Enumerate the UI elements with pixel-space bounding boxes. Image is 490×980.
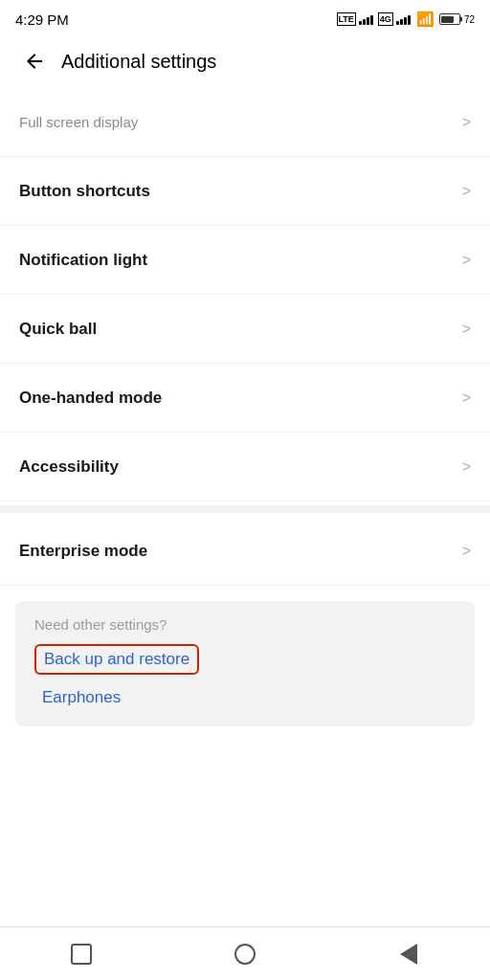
back-button[interactable]	[15, 42, 54, 80]
enterprise-mode-label: Enterprise mode	[19, 542, 147, 561]
wifi-icon: 📶	[416, 11, 434, 28]
chevron-icon: >	[462, 458, 471, 476]
full-screen-display-label: Full screen display	[19, 114, 138, 130]
settings-item-one-handed-mode[interactable]: One-handed mode >	[0, 364, 490, 433]
nav-recents-button[interactable]	[53, 935, 110, 973]
button-shortcuts-label: Button shortcuts	[19, 182, 150, 201]
settings-item-enterprise-mode[interactable]: Enterprise mode >	[0, 517, 490, 586]
chevron-icon: >	[462, 183, 471, 200]
settings-item-accessibility[interactable]: Accessibility >	[0, 433, 490, 501]
settings-list: Full screen display > Button shortcuts >…	[0, 88, 490, 726]
chevron-icon: >	[462, 390, 471, 407]
nav-bar	[0, 926, 490, 980]
chevron-icon: >	[462, 543, 471, 560]
section-divider	[0, 505, 490, 513]
app-bar: Additional settings	[0, 34, 490, 88]
battery-percent: 72	[464, 14, 475, 25]
settings-item-notification-light[interactable]: Notification light >	[0, 226, 490, 295]
back-icon	[400, 944, 417, 965]
chevron-icon: >	[462, 114, 471, 131]
backup-restore-link[interactable]: Back up and restore	[34, 644, 199, 675]
status-bar: 4:29 PM LTE 4G 📶 72	[0, 0, 490, 34]
status-time: 4:29 PM	[15, 11, 69, 28]
signal-bars-2	[396, 13, 411, 25]
settings-item-quick-ball[interactable]: Quick ball >	[0, 295, 490, 364]
settings-item-button-shortcuts[interactable]: Button shortcuts >	[0, 157, 490, 226]
nav-back-button[interactable]	[380, 935, 437, 973]
accessibility-label: Accessibility	[19, 457, 119, 477]
earphones-link[interactable]: Earphones	[34, 684, 456, 711]
nav-home-button[interactable]	[216, 935, 274, 973]
lte-icon-2: 4G	[378, 12, 393, 26]
chevron-icon: >	[462, 321, 471, 338]
recents-icon	[71, 944, 92, 965]
other-settings-card: Need other settings? Back up and restore…	[15, 601, 475, 726]
chevron-icon: >	[462, 252, 471, 269]
one-handed-mode-label: One-handed mode	[19, 389, 162, 408]
battery-icon	[439, 13, 460, 25]
card-hint-text: Need other settings?	[34, 616, 456, 633]
signal-bars-1	[359, 13, 373, 25]
page-title: Additional settings	[61, 51, 216, 73]
quick-ball-label: Quick ball	[19, 320, 97, 339]
lte-icon-1: LTE	[337, 12, 356, 26]
home-icon	[234, 944, 256, 965]
status-icons: LTE 4G 📶 72	[337, 11, 475, 28]
notification-light-label: Notification light	[19, 251, 147, 270]
settings-item-full-screen-display[interactable]: Full screen display >	[0, 88, 490, 157]
